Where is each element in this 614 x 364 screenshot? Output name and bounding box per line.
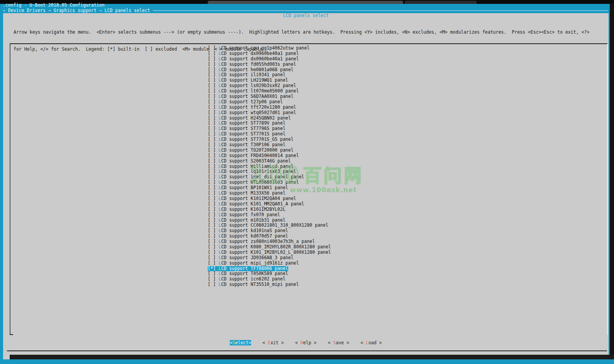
checkbox: [ ] [208,196,219,201]
hotkey-letter: L [219,190,221,196]
item-label: CD support H245QBN02 panel [221,115,291,121]
item-label: CD support dx0960be40a1 panel [221,51,299,56]
list-item[interactable]: [ ] LCD support icn6202 panel [208,277,286,282]
item-label: CD support S2003T46G panel [221,158,291,164]
hotkey-letter: L [219,250,221,255]
list-item[interactable]: [ ] LCD support M133X56 panel [208,191,286,196]
list-item[interactable]: [ ] LCD support TO20T20000 panel [208,148,294,153]
list-item[interactable]: [ ] LCD support FRD450H40014 panel [208,153,299,159]
list-item[interactable]: [ ] LCD support ST7796S panel [208,126,286,132]
checkbox: [ ] [208,51,219,56]
item-label: CD support K101IM2QA04 panel [221,196,296,201]
checkbox: [ ] [208,158,219,164]
checkbox: [ ] [208,62,219,67]
item-label: CD support he0801a068 panel [221,67,294,72]
hotkey-letter: L [219,147,221,153]
list-item[interactable]: [ ] LCD support S6D7AA0X01 panel [208,94,294,99]
list-item[interactable]: [ ] LCD support lq101r1sx03 panel [208,169,296,174]
list-item[interactable]: [ ] LCD support he0801a068 panel [208,67,294,73]
hotkey-letter: L [219,217,221,223]
item-label: CD support t27p06 panel [221,99,283,104]
item-label: CD support CC08021801_310_800X1280 panel [221,222,328,228]
list-item[interactable]: [ ] LCD support fx070 panel [208,212,280,218]
list-item[interactable]: [ ] LCD support T050K589 panel [208,271,288,277]
checkbox: [ ] [208,99,219,104]
item-label: CD support M133X56 panel [221,190,286,196]
list-item[interactable]: [ ] LCD support K101_IM2BYL02_L_800X1280… [208,250,331,255]
list-item[interactable]: [ ] LCD support ls029b3sx02 panel [208,83,296,89]
list-item[interactable]: [ ] LCD support S2003T46G panel [208,159,291,164]
item-label: CD support K101IM2BYL02L [221,207,286,212]
list-item[interactable]: [ ] LCD support kd101na5 panel [208,228,288,234]
breadcrumb-rule [153,10,608,11]
save-button[interactable]: < Save > [328,340,349,345]
list-item[interactable]: [ ] LCD support t27p06 panel [208,99,283,105]
list-item[interactable]: [ ] LCD support WilliamLcd panel [208,164,294,169]
list-item[interactable]: [ ] LCD support inet_dsi_panel panel [208,174,304,180]
checkbox: [ ] [208,217,219,223]
checkbox: [ ] [208,250,219,255]
item-label: CD support ST7701S_G5 panel [221,137,294,142]
exit-button[interactable]: < Exit > [262,340,284,345]
list-item[interactable]: [*] LCD support TFT08006 panel [208,266,288,272]
hotkey-letter: L [219,77,221,83]
button-bracket-left: < [361,340,366,345]
list-item[interactable]: [ ] LCD support WTL096601G03 panel [208,180,299,185]
list-item[interactable]: [ ] LCD support tft720x1280 panel [208,105,296,110]
item-label: CD support fd055hd003s panel [221,62,296,67]
list-item[interactable]: [ ] LCD support CC08021801_310_800X1280 … [208,223,328,228]
checkbox: [ ] [208,67,219,72]
help-button[interactable]: < Help > [295,340,316,345]
load-button[interactable]: < Load > [361,340,382,345]
item-label: CD support zs080ni4003e7h3h_a panel [221,239,315,244]
list-item[interactable]: [ ] LCD support dx0960be40a1 panel [208,56,299,62]
list-item[interactable]: [ ] LCD support LH219WQ1 panel [208,78,288,83]
checkbox: [ ] [208,201,219,207]
list-item[interactable]: [ ] LCD support m101b31 panel [208,218,286,223]
button-label-rest: elp > [303,340,317,345]
checkbox: [ ] [208,228,219,233]
list-item[interactable]: [ ] LCD support fd055hd003s panel [208,62,296,67]
item-label: CD support wtq05027d01 panel [221,110,296,115]
list-item[interactable]: [ ] LCD support cpu_gg1p4062utsw panel [208,46,310,51]
checkbox: [ ] [208,222,219,228]
list-item[interactable]: [ ] LCD support ili9341 panel [208,72,286,78]
list-item[interactable]: [ ] LCD support kd070d57 panel [208,234,288,239]
list-item[interactable]: [ ] LCD support ST7701S panel [208,132,286,137]
item-label: CD support lq101r1sx03 panel [221,169,296,174]
list-item[interactable]: [ ] LCD support ST7789V panel [208,121,286,126]
item-label: CD support tft720x1280 panel [221,104,296,110]
hotkey-letter: L [219,196,221,201]
list-item[interactable]: [ ] LCD support T30P106 panel [208,142,286,148]
button-label-rest: oad > [368,340,382,345]
list-item[interactable]: [ ] LCD support wtq05027d01 panel [208,110,296,116]
list-item[interactable]: [ ] LCD support K101IM2QA04 panel [208,196,296,202]
list-item[interactable]: [ ] LCD support K101IM2BYL02L [208,207,286,212]
list-item[interactable]: [ ] LCD support ST7701S_G5 panel [208,137,294,142]
list-item[interactable]: [ ] LCD support mipi_jd9161z panel [208,261,299,266]
hotkey-letter: L [219,228,221,233]
item-label: CD support JD9366AB_3 panel [221,255,294,260]
checkbox: [ ] [208,126,219,131]
list-item[interactable]: [ ] LCD support dx0960be40a1 panel [208,51,299,56]
hotkey-letter: L [219,266,221,271]
list-item[interactable]: [ ] LCD support H245QBN02 panel [208,116,291,121]
item-label: CD support S6D7AA0X01 panel [221,94,294,99]
hotkey-letter: L [219,99,221,104]
hotkey-letter: L [219,185,221,190]
list-item[interactable]: [ ] LCD support JD9366AB_3 panel [208,255,294,261]
top-tab-2 [405,1,477,4]
list-item[interactable]: [ ] LCD support K080_IM2HYL802R_800X1280… [208,244,331,250]
list-item[interactable]: [ ] LCD support NT35510_mipi panel [208,282,299,287]
list-item[interactable]: [ ] LCD support K101_MM2QA01_A panel [208,202,304,207]
checkbox: [ ] [208,120,219,126]
item-label: CD support cpu_gg1p4062utsw panel [221,45,310,51]
button-row: <Select>< Exit >< Help >< Save >< Load > [3,340,609,345]
button-bracket-left: < [328,340,333,345]
list-item[interactable]: [ ] LCD support lt070me05000 panel [208,89,299,94]
button-hotkey: S [333,340,336,345]
list-item[interactable]: [ ] LCD support zs080ni4003e7h3h_a panel [208,239,315,244]
checkbox: [ ] [208,115,219,121]
select-button[interactable]: <Select> [230,340,251,345]
list-item[interactable]: [ ] LCD support BP101WX1 panel [208,185,288,191]
